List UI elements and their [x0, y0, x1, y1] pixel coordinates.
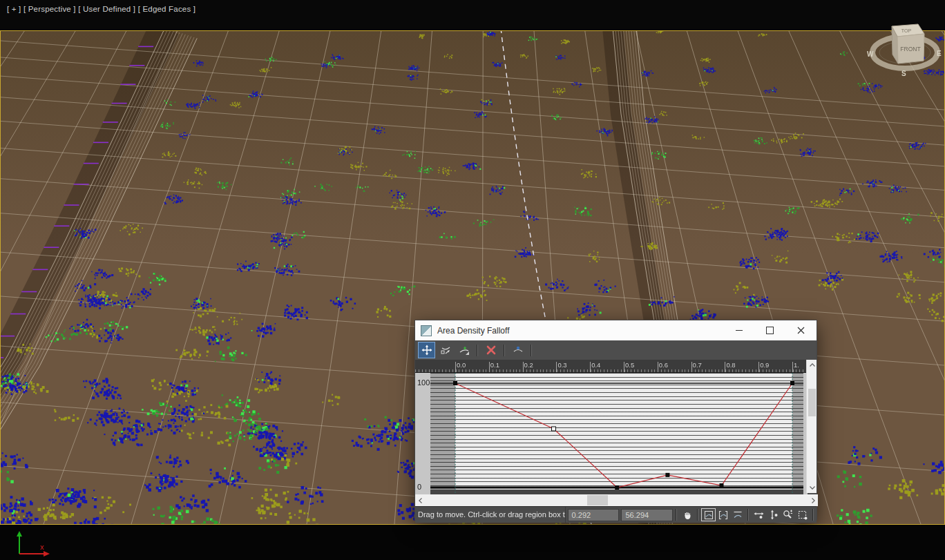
close-button[interactable]: [785, 320, 817, 340]
viewcube-front-label: FRONT: [900, 46, 920, 52]
viewcube-east-label[interactable]: E: [937, 50, 942, 57]
reset-curve-icon: [513, 345, 524, 356]
ruler-label: 0.5: [625, 361, 634, 369]
window-controls: [723, 320, 817, 340]
zoom-region-button[interactable]: [795, 508, 810, 521]
scale-point-icon: [440, 345, 451, 356]
chevron-up-icon: [810, 363, 815, 367]
maximize-button[interactable]: [754, 320, 785, 340]
delete-point-button[interactable]: [482, 342, 499, 358]
y-axis-labels: 100 0: [415, 373, 430, 494]
zoom-icon: [783, 510, 793, 520]
ruler-major-tick: [658, 362, 658, 372]
zoom-region-icon: [798, 510, 808, 520]
plot-row: 100 0: [415, 373, 817, 494]
zoom-extents-button[interactable]: [701, 508, 716, 521]
view-cube[interactable]: TOP FRONT W S E: [865, 17, 945, 82]
dialog-statusbar: Drag to move. Ctrl-click or drag region …: [415, 506, 817, 523]
ruler-major-tick: [624, 362, 624, 372]
ruler-major-tick: [758, 362, 759, 372]
ruler-label: 0.7: [693, 361, 702, 369]
ruler-major-tick: [792, 362, 793, 372]
zoom-value-extents-button[interactable]: [730, 508, 745, 521]
curve-point[interactable]: [720, 483, 724, 487]
viewcube-top-label: TOP: [901, 28, 912, 33]
chevron-left-icon: [419, 498, 422, 503]
zoom-button[interactable]: [781, 508, 795, 521]
dialog-icon: [421, 325, 432, 336]
status-hint: Drag to move. Ctrl-click or drag region …: [415, 507, 566, 523]
curve-point[interactable]: [790, 381, 794, 385]
x-axis-arrowhead: [44, 551, 50, 557]
ruler-label: 0.2: [524, 361, 533, 369]
pan-button[interactable]: [680, 508, 694, 521]
area-density-falloff-window: Area Density Falloff: [414, 320, 817, 520]
toolbar-separator: [477, 345, 478, 356]
bottom-bar: x: [0, 525, 945, 560]
y-max-label: 100: [417, 378, 430, 387]
add-point-button[interactable]: [455, 342, 472, 358]
horizontal-scrollbar[interactable]: [415, 494, 818, 506]
toolbar-separator: [504, 345, 505, 356]
ruler-label: 1.: [794, 361, 799, 369]
ruler-major-tick: [489, 362, 490, 372]
x-value-field[interactable]: 0.292: [568, 509, 620, 521]
falloff-curve[interactable]: [430, 373, 808, 494]
reset-curve-button[interactable]: [509, 342, 526, 358]
ruler-major-tick: [590, 362, 591, 372]
y-value-field[interactable]: 56.294: [621, 509, 673, 521]
scroll-up-button[interactable]: [807, 360, 817, 370]
ruler-label: 0.6: [659, 361, 668, 369]
viewcube-west-label[interactable]: W: [867, 50, 874, 58]
horizontal-scroll-thumb[interactable]: [587, 495, 608, 505]
ruler-label: 0.4: [591, 361, 600, 369]
ruler-major-tick: [455, 362, 456, 372]
minimize-icon: [736, 330, 743, 331]
status-separator: [812, 509, 814, 521]
close-icon: [797, 327, 805, 334]
move-icon: [421, 345, 432, 356]
pan-hand-icon: [682, 510, 692, 520]
minimize-button[interactable]: [723, 320, 754, 340]
zoom-horizontal-extents-icon: [718, 510, 728, 520]
status-separator: [676, 509, 677, 521]
y-min-label: 0: [417, 483, 421, 491]
zoom-horizontally-button[interactable]: [752, 508, 766, 521]
scale-point-button[interactable]: [437, 342, 454, 358]
scroll-left-button[interactable]: [415, 494, 425, 506]
viewport-label[interactable]: [ + ] [ Perspective ] [ User Defined ] […: [7, 5, 195, 13]
curve-point[interactable]: [665, 473, 669, 477]
vertical-scrollbar[interactable]: [806, 360, 817, 493]
ruler-major-tick: [523, 362, 524, 372]
dialog-titlebar[interactable]: Area Density Falloff: [415, 320, 817, 340]
horizontal-scroll-track[interactable]: [425, 494, 818, 506]
curve-point[interactable]: [552, 427, 556, 431]
ruler-major-tick: [556, 362, 557, 372]
ruler-label: 0.8: [726, 361, 735, 369]
curve-point[interactable]: [453, 381, 457, 385]
scroll-right-button[interactable]: [808, 494, 818, 506]
viewport-label-bar: [ + ] [ Perspective ] [ User Defined ] […: [0, 0, 945, 30]
curve-ruler: 0.00.10.20.30.40.50.60.70.80.91.: [415, 360, 808, 373]
chevron-down-icon: [810, 486, 815, 490]
curve-plot-area[interactable]: [430, 373, 808, 494]
scroll-down-button[interactable]: [807, 483, 817, 493]
screen: [ + ] [ Perspective ] [ User Defined ] […: [0, 0, 945, 560]
zoom-vertically-icon: [769, 510, 779, 520]
ruler-label: 0.9: [760, 361, 769, 369]
curve-point[interactable]: [615, 485, 619, 490]
zoom-value-extents-icon: [733, 510, 743, 520]
zoom-vertically-button[interactable]: [766, 508, 781, 521]
ruler-major-tick: [725, 362, 725, 372]
ruler-label: 0.1: [490, 361, 499, 369]
viewcube-south-label[interactable]: S: [901, 70, 906, 77]
world-axis-gizmo: x: [10, 526, 65, 558]
move-point-button[interactable]: [418, 342, 435, 358]
status-separator: [747, 509, 749, 521]
falloff-curve-line[interactable]: [455, 383, 792, 487]
status-separator: [697, 509, 698, 521]
vertical-scroll-thumb[interactable]: [808, 389, 816, 416]
add-point-icon: [459, 345, 470, 356]
toolbar-separator: [531, 345, 532, 356]
zoom-horizontal-extents-button[interactable]: [716, 508, 730, 521]
